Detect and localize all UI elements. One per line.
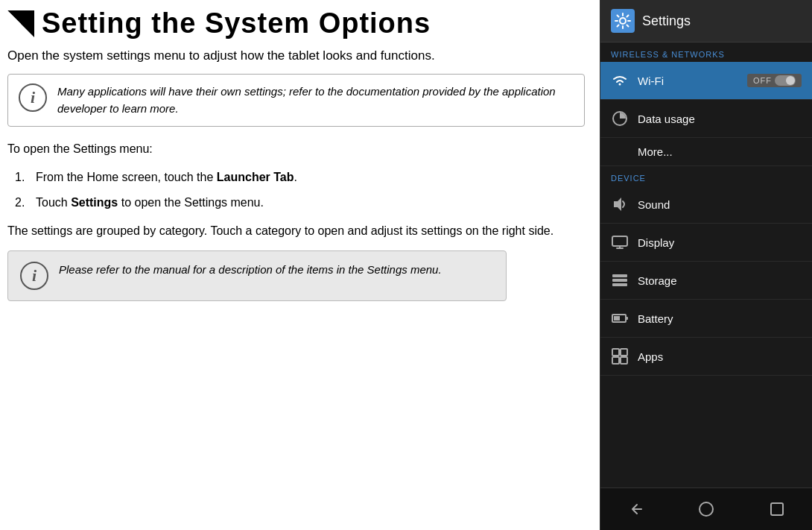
svg-rect-11 — [612, 283, 627, 286]
step-1-num: 1. — [15, 168, 36, 186]
svg-rect-14 — [614, 316, 620, 321]
step-2-num: 2. — [15, 194, 36, 212]
settings-item-display[interactable]: Display — [600, 224, 812, 262]
toggle-slider — [775, 75, 796, 86]
more-label: More... — [638, 145, 673, 158]
step-2-text: Touch Settings to open the Settings menu… — [36, 194, 264, 212]
settings-item-battery[interactable]: Battery — [600, 300, 812, 338]
data-usage-icon — [611, 110, 629, 127]
svg-marker-5 — [614, 198, 621, 211]
body-after: The settings are grouped by category. To… — [7, 222, 585, 240]
wifi-toggle-text: OFF — [753, 76, 772, 85]
info-icon: i — [19, 83, 47, 112]
section-label-device: DEVICE — [600, 166, 812, 186]
back-button[interactable] — [622, 496, 649, 523]
android-header: Settings — [600, 0, 812, 42]
data-usage-label: Data usage — [638, 113, 802, 125]
note-icon: i — [20, 262, 48, 290]
wifi-icon — [611, 72, 629, 89]
toggle-knob — [786, 76, 795, 85]
svg-rect-9 — [612, 274, 627, 277]
battery-label: Battery — [638, 312, 802, 325]
sound-label: Sound — [638, 198, 802, 211]
apps-grid-icon — [612, 348, 628, 365]
recent-apps-icon — [768, 500, 786, 518]
steps-list: 1. From the Home screen, touch the Launc… — [15, 168, 585, 212]
data-usage-signal-icon — [612, 110, 628, 127]
android-settings-panel: Settings WIRELESS & NETWORKS Wi-Fi OFF — [600, 0, 812, 530]
storage-label: Storage — [638, 274, 802, 287]
settings-item-wifi[interactable]: Wi-Fi OFF — [600, 62, 812, 100]
home-button[interactable] — [693, 496, 720, 523]
title-arrow-icon — [7, 10, 34, 37]
wifi-toggle[interactable]: OFF — [747, 74, 802, 87]
info-box-text: Many applications will have their own se… — [57, 83, 574, 117]
sound-speaker-icon — [612, 196, 628, 212]
page-subtitle: Open the system settings menu to adjust … — [7, 48, 585, 63]
info-box: i Many applications will have their own … — [7, 74, 585, 127]
body-intro: To open the Settings menu: — [7, 140, 585, 158]
settings-item-storage[interactable]: Storage — [600, 262, 812, 300]
android-navbar — [600, 488, 812, 530]
battery-indicator-icon — [612, 310, 628, 326]
storage-list-icon — [612, 272, 628, 288]
wifi-label: Wi-Fi — [638, 75, 747, 87]
note-box-text: Please refer to the manual for a descrip… — [59, 262, 442, 279]
apps-label: Apps — [638, 350, 802, 363]
battery-icon — [611, 309, 629, 327]
svg-rect-15 — [612, 349, 619, 356]
step-2: 2. Touch Settings to open the Settings m… — [15, 194, 585, 212]
recent-button[interactable] — [764, 496, 790, 523]
step-1-bold: Launcher Tab — [217, 171, 294, 183]
display-label: Display — [638, 236, 802, 249]
gear-icon — [615, 13, 631, 29]
svg-rect-18 — [621, 357, 627, 364]
svg-rect-16 — [621, 349, 627, 356]
settings-item-more[interactable]: More... — [600, 138, 812, 166]
svg-point-3 — [620, 18, 626, 24]
display-icon — [611, 233, 629, 251]
home-circle-icon — [697, 500, 715, 518]
settings-header-icon — [611, 9, 635, 33]
page-title: Setting the System Options — [42, 7, 431, 40]
sound-icon — [611, 195, 629, 213]
svg-point-19 — [700, 502, 713, 516]
step-1: 1. From the Home screen, touch the Launc… — [15, 168, 585, 186]
wifi-signal-icon — [612, 74, 628, 87]
section-label-wireless: WIRELESS & NETWORKS — [600, 42, 812, 62]
svg-rect-6 — [612, 236, 627, 246]
settings-item-apps[interactable]: Apps — [600, 338, 812, 376]
storage-icon — [611, 271, 629, 289]
svg-rect-13 — [626, 317, 628, 320]
note-box: i Please refer to the manual for a descr… — [7, 250, 507, 301]
svg-rect-20 — [771, 503, 783, 515]
page-title-container: Setting the System Options — [7, 7, 585, 40]
svg-rect-10 — [612, 279, 627, 282]
android-settings-title: Settings — [642, 13, 691, 29]
svg-rect-17 — [612, 357, 619, 364]
step-1-text: From the Home screen, touch the Launcher… — [36, 168, 297, 186]
display-screen-icon — [612, 234, 628, 250]
back-arrow-icon — [627, 500, 644, 518]
settings-item-sound[interactable]: Sound — [600, 186, 812, 224]
settings-item-data-usage[interactable]: Data usage — [600, 100, 812, 138]
step-2-bold: Settings — [71, 196, 118, 209]
apps-icon — [611, 347, 629, 365]
